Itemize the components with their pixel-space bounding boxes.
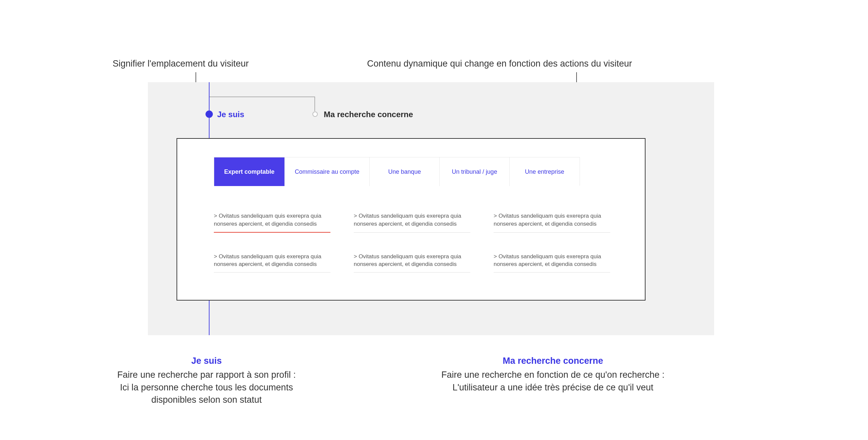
- connector-elbow-vertical: [314, 97, 315, 111]
- result-item[interactable]: > Ovitatus sandeliquam quis exerepra qui…: [494, 212, 610, 233]
- explanation-line: Faire une recherche par rapport à son pr…: [117, 370, 296, 380]
- step-dot-active[interactable]: [206, 110, 213, 118]
- step-label-je-suis[interactable]: Je suis: [217, 110, 244, 119]
- explanation-line: Ici la personne cherche tous les documen…: [120, 382, 293, 393]
- annotation-dynamic-content: Contenu dynamique qui change en fonction…: [367, 59, 632, 69]
- result-item[interactable]: > Ovitatus sandeliquam quis exerepra qui…: [354, 252, 470, 273]
- tab-une-banque[interactable]: Une banque: [370, 158, 440, 186]
- result-item[interactable]: > Ovitatus sandeliquam quis exerepra qui…: [494, 252, 610, 273]
- explanation-je-suis: Je suis Faire une recherche par rapport …: [87, 355, 327, 406]
- result-item[interactable]: > Ovitatus sandeliquam quis exerepra qui…: [214, 252, 331, 273]
- tab-expert-comptable[interactable]: Expert comptable: [214, 158, 285, 186]
- explanation-title: Je suis: [87, 355, 327, 367]
- explanation-title: Ma recherche concerne: [433, 355, 673, 367]
- connector-elbow-horizontal: [209, 97, 315, 97]
- tab-tribunal-juge[interactable]: Un tribunal / juge: [440, 158, 509, 186]
- results-grid: > Ovitatus sandeliquam quis exerepra qui…: [214, 212, 610, 273]
- explanation-line: L'utilisateur a une idée très précise de…: [452, 382, 653, 393]
- tab-commissaire-compte[interactable]: Commissaire au compte: [285, 158, 370, 186]
- explanation-line: disponibles selon son statut: [151, 395, 262, 405]
- step-dot-inactive[interactable]: [312, 111, 318, 117]
- annotation-visitor-location: Signifier l'emplacement du visiteur: [113, 59, 249, 69]
- step-label-ma-recherche[interactable]: Ma recherche concerne: [324, 110, 413, 119]
- profile-tabs: Expert comptable Commissaire au compte U…: [214, 157, 580, 186]
- explanation-line: Faire une recherche en fonction de ce qu…: [441, 370, 664, 380]
- result-item[interactable]: > Ovitatus sandeliquam quis exerepra qui…: [214, 212, 331, 233]
- tab-une-entreprise[interactable]: Une entreprise: [509, 158, 580, 186]
- explanation-ma-recherche: Ma recherche concerne Faire une recherch…: [433, 355, 673, 394]
- result-item[interactable]: > Ovitatus sandeliquam quis exerepra qui…: [354, 212, 470, 233]
- content-frame: Expert comptable Commissaire au compte U…: [177, 138, 646, 301]
